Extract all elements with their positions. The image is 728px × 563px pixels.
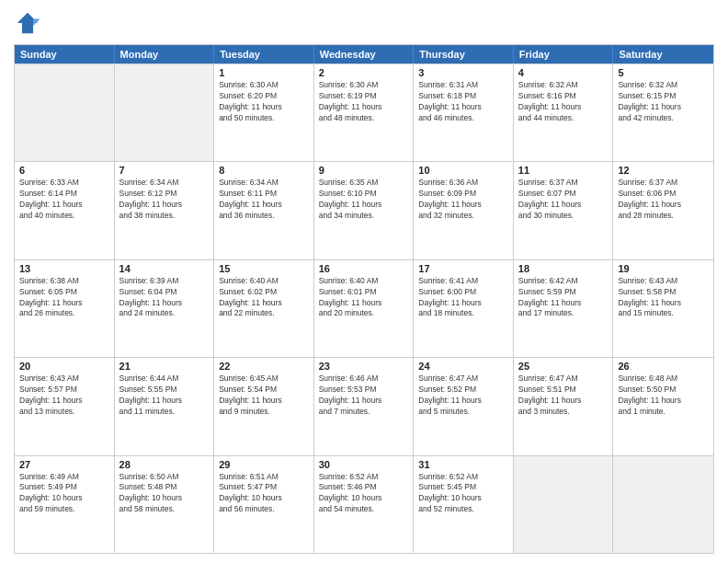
cell-info: Sunrise: 6:45 AM Sunset: 5:54 PM Dayligh… (219, 373, 309, 418)
calendar-cell: 27Sunrise: 6:49 AM Sunset: 5:49 PM Dayli… (15, 456, 115, 553)
day-number: 8 (219, 165, 309, 176)
day-number: 30 (319, 459, 409, 470)
cell-info: Sunrise: 6:35 AM Sunset: 6:10 PM Dayligh… (319, 178, 409, 222)
day-number: 14 (119, 263, 210, 274)
cell-info: Sunrise: 6:31 AM Sunset: 6:18 PM Dayligh… (418, 80, 508, 124)
calendar-cell: 5Sunrise: 6:32 AM Sunset: 6:15 PM Daylig… (613, 64, 713, 161)
cell-info: Sunrise: 6:52 AM Sunset: 5:45 PM Dayligh… (418, 472, 508, 516)
day-number: 12 (618, 165, 709, 176)
day-number: 28 (119, 459, 210, 470)
cell-info: Sunrise: 6:47 AM Sunset: 5:51 PM Dayligh… (518, 373, 609, 418)
calendar-cell: 24Sunrise: 6:47 AM Sunset: 5:52 PM Dayli… (414, 358, 514, 454)
day-number: 17 (418, 263, 508, 274)
calendar-cell: 25Sunrise: 6:47 AM Sunset: 5:51 PM Dayli… (514, 358, 614, 454)
cell-info: Sunrise: 6:50 AM Sunset: 5:48 PM Dayligh… (119, 472, 210, 516)
calendar-header: SundayMondayTuesdayWednesdayThursdayFrid… (15, 45, 713, 63)
cell-info: Sunrise: 6:41 AM Sunset: 6:00 PM Dayligh… (418, 276, 508, 320)
cell-info: Sunrise: 6:46 AM Sunset: 5:53 PM Dayligh… (319, 373, 409, 418)
calendar-cell: 23Sunrise: 6:46 AM Sunset: 5:53 PM Dayli… (314, 358, 415, 454)
cell-info: Sunrise: 6:39 AM Sunset: 6:04 PM Dayligh… (119, 276, 210, 320)
header (14, 9, 714, 37)
calendar-row: 27Sunrise: 6:49 AM Sunset: 5:49 PM Dayli… (15, 455, 713, 553)
calendar-cell: 31Sunrise: 6:52 AM Sunset: 5:45 PM Dayli… (414, 456, 514, 553)
calendar-cell: 4Sunrise: 6:32 AM Sunset: 6:16 PM Daylig… (514, 64, 614, 161)
calendar-cell (613, 456, 713, 553)
day-number: 22 (219, 361, 309, 372)
calendar-row: 1Sunrise: 6:30 AM Sunset: 6:20 PM Daylig… (15, 63, 713, 161)
day-number: 13 (19, 263, 109, 274)
calendar-cell: 18Sunrise: 6:42 AM Sunset: 5:59 PM Dayli… (514, 260, 614, 357)
cell-info: Sunrise: 6:36 AM Sunset: 6:09 PM Dayligh… (418, 178, 508, 222)
calendar-cell: 29Sunrise: 6:51 AM Sunset: 5:47 PM Dayli… (214, 456, 314, 553)
calendar-cell (15, 64, 115, 161)
day-number: 29 (219, 459, 309, 470)
day-number: 1 (219, 67, 309, 78)
cell-info: Sunrise: 6:52 AM Sunset: 5:46 PM Dayligh… (319, 472, 409, 516)
svg-marker-1 (33, 19, 40, 27)
calendar-cell: 20Sunrise: 6:43 AM Sunset: 5:57 PM Dayli… (15, 358, 115, 454)
day-number: 16 (319, 263, 409, 274)
weekday-header: Thursday (414, 45, 514, 63)
calendar-cell: 13Sunrise: 6:38 AM Sunset: 6:05 PM Dayli… (15, 260, 115, 357)
calendar-row: 20Sunrise: 6:43 AM Sunset: 5:57 PM Dayli… (15, 357, 713, 454)
calendar-cell: 2Sunrise: 6:30 AM Sunset: 6:19 PM Daylig… (314, 64, 415, 161)
calendar-cell: 8Sunrise: 6:34 AM Sunset: 6:11 PM Daylig… (214, 162, 314, 259)
cell-info: Sunrise: 6:44 AM Sunset: 5:55 PM Dayligh… (119, 373, 210, 418)
day-number: 19 (618, 263, 709, 274)
calendar-cell: 10Sunrise: 6:36 AM Sunset: 6:09 PM Dayli… (414, 162, 514, 259)
calendar-cell: 6Sunrise: 6:33 AM Sunset: 6:14 PM Daylig… (15, 162, 115, 259)
calendar-cell: 30Sunrise: 6:52 AM Sunset: 5:46 PM Dayli… (314, 456, 415, 553)
weekday-header: Wednesday (314, 45, 415, 63)
day-number: 24 (418, 361, 508, 372)
calendar-cell: 16Sunrise: 6:40 AM Sunset: 6:01 PM Dayli… (314, 260, 415, 357)
weekday-header: Tuesday (214, 45, 314, 63)
cell-info: Sunrise: 6:48 AM Sunset: 5:50 PM Dayligh… (618, 373, 709, 418)
calendar-cell: 1Sunrise: 6:30 AM Sunset: 6:20 PM Daylig… (214, 64, 314, 161)
day-number: 7 (119, 165, 210, 176)
calendar-row: 13Sunrise: 6:38 AM Sunset: 6:05 PM Dayli… (15, 259, 713, 357)
calendar-cell: 15Sunrise: 6:40 AM Sunset: 6:02 PM Dayli… (214, 260, 314, 357)
weekday-header: Sunday (15, 45, 115, 63)
cell-info: Sunrise: 6:51 AM Sunset: 5:47 PM Dayligh… (219, 472, 309, 516)
cell-info: Sunrise: 6:43 AM Sunset: 5:57 PM Dayligh… (19, 373, 109, 418)
calendar-cell: 9Sunrise: 6:35 AM Sunset: 6:10 PM Daylig… (314, 162, 415, 259)
cell-info: Sunrise: 6:43 AM Sunset: 5:58 PM Dayligh… (618, 276, 709, 320)
cell-info: Sunrise: 6:34 AM Sunset: 6:11 PM Dayligh… (219, 178, 309, 222)
cell-info: Sunrise: 6:42 AM Sunset: 5:59 PM Dayligh… (518, 276, 609, 320)
day-number: 10 (418, 165, 508, 176)
day-number: 15 (219, 263, 309, 274)
day-number: 9 (319, 165, 409, 176)
day-number: 25 (518, 361, 609, 372)
weekday-header: Saturday (613, 45, 713, 63)
day-number: 18 (518, 263, 609, 274)
weekday-header: Friday (514, 45, 614, 63)
day-number: 11 (518, 165, 609, 176)
cell-info: Sunrise: 6:32 AM Sunset: 6:15 PM Dayligh… (618, 80, 709, 124)
calendar-cell (514, 456, 614, 553)
cell-info: Sunrise: 6:33 AM Sunset: 6:14 PM Dayligh… (19, 178, 109, 222)
day-number: 21 (119, 361, 210, 372)
calendar-cell: 7Sunrise: 6:34 AM Sunset: 6:12 PM Daylig… (115, 162, 215, 259)
day-number: 27 (19, 459, 109, 470)
cell-info: Sunrise: 6:37 AM Sunset: 6:06 PM Dayligh… (618, 178, 709, 222)
calendar-cell: 19Sunrise: 6:43 AM Sunset: 5:58 PM Dayli… (613, 260, 713, 357)
cell-info: Sunrise: 6:40 AM Sunset: 6:02 PM Dayligh… (219, 276, 309, 320)
cell-info: Sunrise: 6:38 AM Sunset: 6:05 PM Dayligh… (19, 276, 109, 320)
weekday-header: Monday (115, 45, 215, 63)
cell-info: Sunrise: 6:49 AM Sunset: 5:49 PM Dayligh… (19, 472, 109, 516)
cell-info: Sunrise: 6:30 AM Sunset: 6:19 PM Dayligh… (319, 80, 409, 124)
day-number: 4 (518, 67, 609, 78)
calendar-cell: 14Sunrise: 6:39 AM Sunset: 6:04 PM Dayli… (115, 260, 215, 357)
day-number: 3 (418, 67, 508, 78)
cell-info: Sunrise: 6:34 AM Sunset: 6:12 PM Dayligh… (119, 178, 210, 222)
calendar-body: 1Sunrise: 6:30 AM Sunset: 6:20 PM Daylig… (15, 63, 713, 553)
day-number: 31 (418, 459, 508, 470)
cell-info: Sunrise: 6:47 AM Sunset: 5:52 PM Dayligh… (418, 373, 508, 418)
cell-info: Sunrise: 6:40 AM Sunset: 6:01 PM Dayligh… (319, 276, 409, 320)
calendar-row: 6Sunrise: 6:33 AM Sunset: 6:14 PM Daylig… (15, 161, 713, 259)
day-number: 2 (319, 67, 409, 78)
day-number: 5 (618, 67, 709, 78)
calendar: SundayMondayTuesdayWednesdayThursdayFrid… (14, 44, 714, 554)
day-number: 20 (19, 361, 109, 372)
cell-info: Sunrise: 6:37 AM Sunset: 6:07 PM Dayligh… (518, 178, 609, 222)
